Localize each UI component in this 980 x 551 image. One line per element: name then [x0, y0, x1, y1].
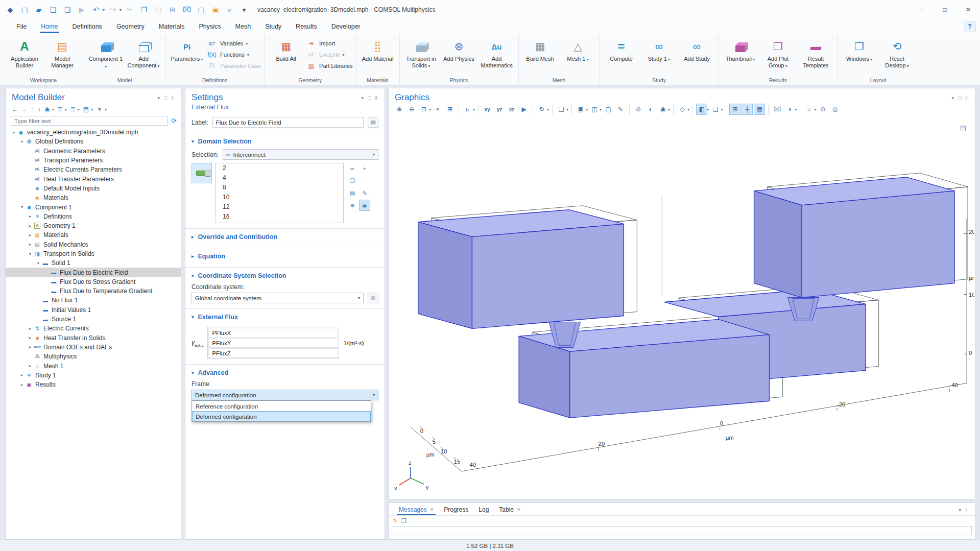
part-libraries-button[interactable]: ▥Part Libraries — [305, 62, 352, 70]
node-grouping-icon[interactable]: ▤ — [83, 106, 89, 113]
open-icon[interactable]: ▰ — [33, 4, 45, 16]
add-mathematics-button[interactable]: ΔuAdd Mathematics — [479, 36, 515, 76]
copy-icon[interactable]: ❐ — [138, 4, 150, 16]
chevron-down-icon[interactable]: ▾ — [429, 107, 431, 112]
expander-closed-icon[interactable]: ▸ — [27, 336, 33, 340]
transparency-icon[interactable]: ◐ — [645, 104, 656, 115]
import-button[interactable]: ⇥Import — [305, 39, 352, 47]
tab-geometry[interactable]: Geometry — [110, 21, 151, 32]
parameter-case-button[interactable]: PiParameter Case — [206, 62, 261, 70]
livelink-button[interactable]: ⇄LiveLink▾ — [305, 51, 352, 59]
chevron-down-icon[interactable]: ▾ — [795, 107, 797, 112]
tree-item[interactable]: ▸AGeometry 1 — [6, 221, 181, 230]
move-up-icon[interactable]: ↑ — [31, 106, 34, 113]
chevron-down-icon[interactable]: ▾ — [687, 107, 689, 112]
copy-messages-icon[interactable]: ❐ — [401, 517, 407, 524]
selection-dropdown[interactable]: ∞ Interconnect ▾ — [223, 149, 378, 160]
tree-item[interactable]: ▬Flux Due to Temperature Gradient — [6, 286, 181, 296]
selection-list-item[interactable]: 4 — [216, 173, 343, 183]
add-material-button[interactable]: ⣿Add Material — [360, 36, 396, 76]
flux-component-input-y[interactable] — [208, 338, 338, 348]
paste-icon[interactable]: ▤ — [152, 4, 164, 16]
help-button[interactable]: ? — [964, 21, 976, 32]
go-to-default-view-icon[interactable]: ⊾ — [462, 104, 473, 115]
animation-icon[interactable]: ▶ — [518, 104, 530, 115]
hide-objects-icon[interactable]: ⊘ — [633, 104, 644, 115]
tree-item[interactable]: ▸▣Results — [6, 380, 181, 389]
forward-icon[interactable]: → — [21, 106, 28, 113]
color-table-icon[interactable]: ◑ — [784, 104, 795, 115]
external-flux-header[interactable]: ▾ External Flux — [192, 312, 378, 323]
go-to-yz-view-icon[interactable]: yz — [494, 104, 505, 115]
environment-lighting-icon[interactable]: ☼ — [803, 104, 815, 115]
coordinate-system-dropdown[interactable]: Global coordinate system ▾ — [192, 293, 364, 303]
detach-panel-icon[interactable]: □ — [958, 95, 961, 101]
chevron-down-icon[interactable]: ▾ — [65, 107, 67, 112]
chevron-down-icon[interactable]: ▾ — [721, 107, 723, 112]
fullscreen-icon[interactable]: ⊞ — [444, 104, 456, 115]
selection-list-item[interactable]: 2 — [216, 163, 343, 173]
show-axes-icon[interactable]: ┼ — [742, 104, 753, 115]
copy-selection-icon[interactable]: ❐ — [347, 175, 358, 186]
pin-panel-icon[interactable]: ⊩ — [965, 95, 970, 101]
chevron-down-icon[interactable]: ▾ — [91, 107, 93, 112]
tab-materials[interactable]: Materials — [153, 21, 191, 32]
filter-icon[interactable]: ▼ — [97, 106, 103, 113]
back-icon[interactable]: ← — [12, 106, 18, 113]
application-builder-button[interactable]: AApplication Builder — [6, 36, 43, 76]
variables-button[interactable]: a=Variables▾ — [206, 39, 261, 47]
chevron-down-icon[interactable]: ▾ — [600, 107, 602, 112]
close-button[interactable]: ✕ — [957, 0, 980, 19]
add-component-button[interactable]: Add Component ▾ — [125, 36, 162, 76]
tree-item[interactable]: ▸▤Solid Mechanics — [6, 240, 181, 249]
tab-mesh[interactable]: Mesh — [229, 21, 257, 32]
go-to-xz-view-icon[interactable]: xz — [506, 104, 517, 115]
qat-menu-icon[interactable]: ▾ — [238, 4, 250, 16]
selection-list-item[interactable]: 10 — [216, 193, 343, 202]
expand-all-icon[interactable]: ≣ — [58, 106, 63, 113]
add-physics-button[interactable]: ⊛Add Physics — [441, 36, 477, 76]
chevron-down-icon[interactable]: ▾ — [566, 107, 568, 112]
tab-messages[interactable]: Messages✕ — [394, 504, 439, 515]
save-icon[interactable]: ❑ — [47, 4, 59, 16]
material-color-icon[interactable]: ◧ — [696, 104, 707, 115]
equation-header[interactable]: ▸ Equation — [192, 251, 378, 262]
panel-menu-icon[interactable]: ▾ — [361, 95, 364, 101]
reset-desktop-button[interactable]: ⟲Reset Desktop ▾ — [879, 36, 916, 76]
mesh-1-button[interactable]: △Mesh 1 ▾ — [560, 36, 596, 76]
thumbnail-button[interactable]: Thumbnail ▾ — [722, 36, 759, 76]
create-selection-icon[interactable]: ∞ — [347, 163, 358, 174]
zoom-box-icon[interactable]: ⊡ — [418, 104, 429, 115]
graphics-canvas[interactable]: ▤ — [389, 119, 974, 498]
select-boundaries-icon[interactable]: ◫ — [589, 104, 600, 115]
select-domains-icon[interactable]: ▣ — [575, 104, 586, 115]
expander-open-icon[interactable]: ▾ — [27, 252, 33, 256]
view-unhidden-icon[interactable]: ◉ — [657, 104, 668, 115]
tab-developer[interactable]: Developer — [325, 21, 367, 32]
tree-item[interactable]: ▸■Heat Transfer in Solids — [6, 333, 181, 343]
chevron-down-icon[interactable]: ▾ — [707, 107, 709, 112]
tree-item[interactable]: ⁂Multiphysics — [6, 352, 181, 361]
material-rendering-icon[interactable]: ❑ — [710, 104, 721, 115]
tree-item[interactable]: PiGeometric Parameters — [6, 147, 181, 156]
expander-open-icon[interactable]: ▾ — [11, 130, 17, 135]
close-tab-icon[interactable]: ✕ — [430, 507, 434, 512]
tree-item[interactable]: ▾◨Transport in Solids — [6, 249, 181, 258]
print-icon[interactable]: ⎙ — [829, 104, 841, 115]
select-box-icon[interactable]: ▢ — [603, 104, 614, 115]
undo-icon[interactable]: ↶ — [90, 4, 102, 16]
frame-dropdown[interactable]: Deformed configuration ▾ — [192, 390, 378, 400]
tree-item[interactable]: ▾▬Solid 1 — [6, 258, 181, 268]
tab-definitions[interactable]: Definitions — [66, 21, 108, 32]
build-mesh-button[interactable]: ▦Build Mesh — [522, 36, 559, 76]
minimize-button[interactable]: — — [910, 0, 933, 19]
pin-panel-icon[interactable]: ⊩ — [375, 95, 379, 101]
tab-study[interactable]: Study — [259, 21, 288, 32]
expander-open-icon[interactable]: ▾ — [19, 205, 25, 209]
tree-filter-input[interactable] — [11, 116, 168, 126]
compute-button[interactable]: =Compute — [603, 36, 640, 76]
rotate-icon[interactable]: ↻ — [536, 104, 547, 115]
rename-toggle-icon[interactable]: ▤ — [368, 117, 378, 128]
model-manager-button[interactable]: ▤Model Manager — [44, 36, 81, 76]
parameters-button[interactable]: PiParameters ▾ — [169, 36, 205, 76]
